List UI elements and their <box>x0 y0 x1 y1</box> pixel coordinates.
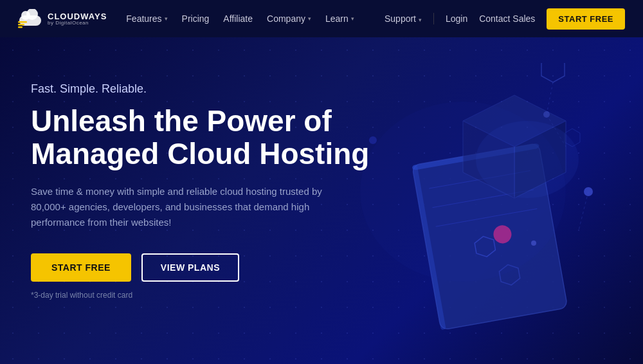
svg-marker-15 <box>541 63 565 82</box>
svg-line-23 <box>547 82 553 114</box>
chevron-down-icon: ▾ <box>419 17 422 23</box>
navbar: CLOUDWAYS by DigitalOcean Features ▾ Pri… <box>0 0 643 37</box>
logo-icon <box>18 9 42 28</box>
svg-rect-3 <box>18 21 27 23</box>
nav-support-link[interactable]: Support ▾ <box>385 14 422 24</box>
hero-content: Fast. Simple. Reliable. Unleash the Powe… <box>0 37 373 300</box>
hero-start-free-button[interactable]: START FREE <box>31 253 131 282</box>
svg-point-28 <box>476 121 579 198</box>
chevron-down-icon: ▾ <box>165 15 168 22</box>
hero-buttons: START FREE VIEW PLANS <box>31 253 373 282</box>
chevron-down-icon: ▾ <box>308 15 311 22</box>
nav-start-free-button[interactable]: START FREE <box>547 8 625 30</box>
nav-item-pricing[interactable]: Pricing <box>182 14 210 24</box>
brand-subtitle: by DigitalOcean <box>48 21 107 26</box>
logo[interactable]: CLOUDWAYS by DigitalOcean <box>18 9 107 28</box>
svg-rect-5 <box>18 26 23 28</box>
hero-description: Save time & money with simple and reliab… <box>31 184 352 230</box>
isometric-illustration <box>334 63 604 333</box>
chevron-down-icon: ▾ <box>351 15 354 22</box>
nav-item-company[interactable]: Company ▾ <box>267 14 311 24</box>
hero-title: Unleash the Power of Managed Cloud Hosti… <box>31 105 373 170</box>
nav-left: CLOUDWAYS by DigitalOcean Features ▾ Pri… <box>18 9 354 28</box>
svg-rect-4 <box>18 24 24 26</box>
nav-right: Support ▾ Login Contact Sales START FREE <box>385 8 625 30</box>
nav-item-affiliate[interactable]: Affiliate <box>223 14 253 24</box>
nav-link-company[interactable]: Company ▾ <box>267 14 311 24</box>
logo-text: CLOUDWAYS by DigitalOcean <box>48 12 107 26</box>
nav-link-affiliate[interactable]: Affiliate <box>223 14 253 24</box>
nav-link-pricing[interactable]: Pricing <box>182 14 210 24</box>
nav-item-features[interactable]: Features ▾ <box>126 14 167 24</box>
nav-item-learn[interactable]: Learn ▾ <box>325 14 354 24</box>
svg-line-22 <box>579 192 588 230</box>
nav-login-link[interactable]: Login <box>446 14 467 24</box>
nav-divider <box>433 13 434 24</box>
hero-section: Fast. Simple. Reliable. Unleash the Powe… <box>0 37 643 364</box>
nav-links: Features ▾ Pricing Affiliate Company ▾ <box>126 14 354 24</box>
nav-contact-link[interactable]: Contact Sales <box>479 14 535 24</box>
hero-tagline: Fast. Simple. Reliable. <box>31 82 373 96</box>
hero-view-plans-button[interactable]: VIEW PLANS <box>141 253 239 282</box>
nav-link-features[interactable]: Features ▾ <box>126 14 167 24</box>
nav-link-learn[interactable]: Learn ▾ <box>325 14 354 24</box>
brand-name: CLOUDWAYS <box>48 12 107 21</box>
trial-note: *3-day trial without credit card <box>31 291 373 300</box>
hero-graphic <box>334 63 604 333</box>
